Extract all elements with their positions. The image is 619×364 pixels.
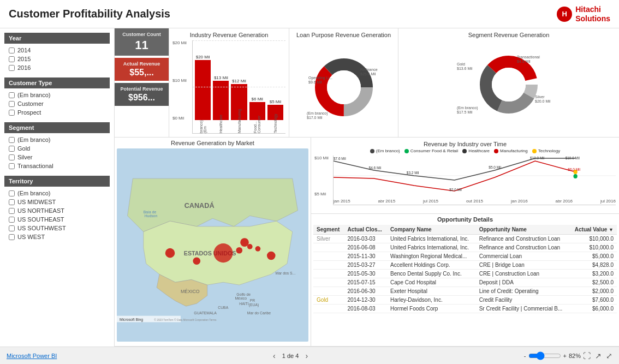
legend-manufacturing: Manufacturing (494, 148, 528, 153)
cell-date: 2016-06-08 (344, 243, 388, 252)
filter-item[interactable]: Customer (4, 99, 110, 108)
svg-text:Gold: Gold (457, 62, 465, 66)
filter-item[interactable]: US SOUTHEAST (4, 215, 110, 224)
svg-text:(Em branco): (Em branco) (307, 111, 328, 116)
year-2014-checkbox[interactable] (9, 47, 15, 53)
filter-item[interactable]: (Em branco) (4, 135, 110, 144)
zoom-slider[interactable] (528, 351, 561, 360)
filter-item[interactable]: 2015 (4, 55, 110, 63)
ter-northeast-checkbox[interactable] (9, 208, 15, 214)
legend-dot-em-branco (370, 149, 374, 153)
ter-southeast-checkbox[interactable] (9, 217, 15, 223)
cell-opportunity: Refinance and Construction Loan (476, 235, 570, 243)
filter-item[interactable]: (Em branco) (4, 189, 110, 198)
ter-west-checkbox[interactable] (9, 234, 15, 240)
filter-item[interactable]: US SOUTHWEST (4, 224, 110, 232)
x-label: jan 2016 (511, 199, 528, 204)
svg-text:Refinance: Refinance (360, 68, 378, 71)
ter-southeast-label: US SOUTHEAST (17, 216, 64, 223)
ct-blank-checkbox[interactable] (9, 92, 15, 98)
cell-date: 2015-05-30 (344, 270, 388, 278)
cell-company: Hormel Foods Corp (387, 305, 476, 313)
ct-prospect-checkbox[interactable] (9, 110, 15, 116)
next-page-button[interactable]: › (303, 351, 310, 360)
actual-revenue-card: Actual Revenue $55,... (115, 58, 169, 81)
svg-point-51 (573, 174, 577, 178)
cell-value: $3,200.0 (569, 270, 617, 278)
filter-item[interactable]: Prospect (4, 108, 110, 117)
svg-text:$7.6 Mil: $7.6 Mil (334, 157, 346, 160)
table-row: 2015-03-27 Accellent Holdings Corp. CRE … (313, 261, 617, 270)
seg-silver-checkbox[interactable] (9, 154, 15, 160)
svg-point-40 (236, 247, 242, 254)
col-company: Company Name (387, 225, 476, 235)
table-row: 2016-06-30 Exeter Hospital Line of Credi… (313, 287, 617, 296)
fullscreen-icon[interactable]: ⤢ (606, 351, 612, 360)
year-2015-checkbox[interactable] (9, 56, 15, 62)
legend-dot-consumer-food (404, 149, 409, 153)
ct-blank-label: (Em branco) (17, 92, 51, 98)
cell-date: 2016-08-03 (344, 305, 388, 313)
segment-donut-svg: Transactional $4.5 Mil Gold $13.6 Mil (E… (454, 52, 563, 123)
actual-revenue-value: $55,... (119, 68, 164, 77)
svg-text:$9.6 Mil: $9.6 Mil (308, 80, 322, 84)
prev-page-button[interactable]: ‹ (271, 351, 278, 360)
loan-purpose-donut-svg: Operating Li... $9.6 Mil Refinance $25.8… (306, 52, 382, 123)
svg-text:$5.0 Mil: $5.0 Mil (489, 165, 501, 169)
cell-opportunity: CRE | Bridge Loan (476, 261, 570, 270)
filter-item[interactable]: US MIDWEST (4, 198, 110, 206)
filter-item[interactable]: 2014 (4, 46, 110, 55)
ter-southwest-checkbox[interactable] (9, 225, 15, 231)
zoom-plus[interactable]: + (563, 353, 567, 359)
year-2016-checkbox[interactable] (9, 65, 15, 71)
seg-gold-checkbox[interactable] (9, 146, 15, 152)
ter-midwest-label: US MIDWEST (17, 199, 56, 205)
segment-filter-section: Segment (Em branco) Gold Silver Transact… (4, 122, 110, 170)
seg-transactional-checkbox[interactable] (9, 163, 15, 169)
svg-text:HAITI: HAITI (239, 302, 249, 306)
cell-date: 2015-03-27 (344, 261, 388, 270)
svg-text:Mar dos S...: Mar dos S... (276, 271, 296, 275)
sidebar: Year 2014 2015 2016 Customer Type (0, 28, 115, 347)
y-label: $10 Mil (314, 156, 332, 160)
cell-opportunity: Sr Credit Facility | Commercial B... (476, 305, 570, 313)
table-row: Gold 2014-12-30 Harley-Davidson, Inc. Cr… (313, 296, 617, 305)
y-label: $20 Mil (172, 40, 191, 45)
x-label: jul 2016 (600, 199, 616, 204)
svg-text:$2.0 Mil: $2.0 Mil (449, 188, 462, 192)
ter-blank-checkbox[interactable] (9, 190, 15, 196)
legend-label: Technology (538, 148, 560, 153)
table-row: 2016-06-08 United Fabrics International,… (313, 243, 617, 252)
x-label: jan 2015 (334, 199, 350, 204)
svg-text:Golfo de: Golfo de (236, 293, 251, 296)
legend-label: Healthcare (468, 148, 490, 153)
seg-blank-checkbox[interactable] (9, 137, 15, 143)
bottom-icons: ⛶ ↗ ⤢ (583, 351, 612, 360)
ter-midwest-checkbox[interactable] (9, 199, 15, 205)
ct-customer-checkbox[interactable] (9, 101, 15, 107)
sort-icon: ▼ (609, 227, 614, 232)
svg-text:$17.0 Mil: $17.0 Mil (307, 116, 323, 120)
filter-item[interactable]: Transactional (4, 162, 110, 170)
main-container: Customer Profitability Analysis H Hitach… (0, 0, 619, 364)
svg-text:$6.0 Mil: $6.0 Mil (568, 168, 580, 171)
svg-point-44 (267, 252, 276, 260)
powerbi-link[interactable]: Microsoft Power BI (7, 353, 57, 359)
svg-text:$20.0 Mil: $20.0 Mil (535, 99, 551, 103)
share-icon[interactable]: ↗ (595, 351, 602, 360)
cell-date: 2015-11-30 (344, 252, 388, 261)
zoom-minus[interactable]: - (524, 353, 526, 359)
x-label: abr 2016 (555, 199, 573, 204)
filter-item[interactable]: US WEST (4, 232, 110, 241)
filter-item[interactable]: US NORTHEAST (4, 206, 110, 215)
territory-filter-section: Territory (Em branco) US MIDWEST US NORT… (4, 176, 110, 241)
filter-item[interactable]: (Em branco) (4, 91, 110, 99)
filter-item[interactable]: 2016 (4, 63, 110, 72)
svg-text:Transactional: Transactional (517, 55, 540, 59)
seg-silver-label: Silver (17, 154, 33, 160)
x-label: out 2015 (466, 199, 483, 204)
expand-icon[interactable]: ⛶ (583, 351, 591, 360)
opportunity-table: Segment Actual Clos... Company Name Oppo… (313, 225, 617, 313)
filter-item[interactable]: Silver (4, 153, 110, 162)
filter-item[interactable]: Gold (4, 144, 110, 153)
